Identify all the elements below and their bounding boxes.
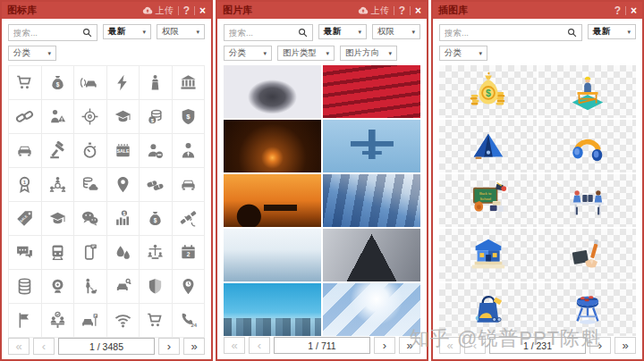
photo-husky-dog[interactable] xyxy=(224,65,321,118)
person-pet-icon[interactable] xyxy=(74,270,107,304)
close-button[interactable]: × xyxy=(631,5,637,16)
photo-skyscraper-looking-up[interactable] xyxy=(323,229,420,281)
illustration-hand-writing-pencil[interactable] xyxy=(538,229,636,281)
prev-page-button[interactable]: ‹ xyxy=(464,337,486,354)
illustration-blue-tent[interactable] xyxy=(439,120,537,172)
chain-link-icon[interactable] xyxy=(9,100,42,134)
auction-gavel-icon[interactable] xyxy=(42,134,75,168)
help-button[interactable]: ? xyxy=(399,5,405,16)
lightning-bolt-icon[interactable] xyxy=(107,66,140,100)
car-front-icon[interactable] xyxy=(9,134,42,168)
user-remove-icon[interactable] xyxy=(140,134,173,168)
filter-dropdown-sort-newest[interactable]: 最新▾ xyxy=(318,24,367,39)
location-clock-icon[interactable] xyxy=(173,270,206,304)
last-page-button[interactable]: » xyxy=(614,337,636,354)
webcam-icon[interactable] xyxy=(42,270,75,304)
wechat-chat-icon[interactable] xyxy=(74,202,107,236)
illustration-headphones[interactable] xyxy=(538,120,636,172)
coins-cloud-icon[interactable] xyxy=(74,168,107,202)
search-input[interactable] xyxy=(13,28,82,38)
filter-dropdown-permission[interactable]: 权限▾ xyxy=(157,24,205,39)
prev-page-button[interactable]: ‹ xyxy=(249,337,270,354)
wifi-icon[interactable] xyxy=(107,304,140,338)
illustration-office-workstations[interactable] xyxy=(538,174,636,227)
car-key-icon[interactable] xyxy=(107,270,140,304)
first-page-button[interactable]: « xyxy=(224,337,245,354)
shopping-cart-2-icon[interactable] xyxy=(140,304,173,338)
stopwatch-icon[interactable] xyxy=(74,134,107,168)
illustration-money-bag-gold-coins[interactable]: $ xyxy=(439,65,537,118)
chat-bubbles-icon[interactable] xyxy=(9,236,42,270)
search-box[interactable] xyxy=(439,24,582,41)
location-pin-icon[interactable] xyxy=(107,168,140,202)
illustration-school-building[interactable] xyxy=(439,229,537,281)
pills-icon[interactable] xyxy=(140,168,173,202)
money-bars-icon[interactable]: $ xyxy=(107,202,140,236)
filter-dropdown-category[interactable]: 分类▾ xyxy=(224,46,272,61)
illustration-bbq-grill[interactable] xyxy=(538,283,636,336)
filter-dropdown-sort-newest[interactable]: 最新▾ xyxy=(588,24,636,39)
org-network-icon[interactable] xyxy=(42,168,75,202)
filter-dropdown-category[interactable]: 分类▾ xyxy=(439,46,487,61)
photo-sunglasses-sunset[interactable] xyxy=(224,174,321,227)
next-page-button[interactable]: › xyxy=(589,337,611,354)
filter-dropdown-image-orientation[interactable]: 图片方向▾ xyxy=(340,46,397,61)
search-box[interactable] xyxy=(224,24,313,41)
last-page-button[interactable]: » xyxy=(399,337,420,354)
upload-button[interactable]: 上传 xyxy=(142,6,174,15)
photo-red-theater-seats[interactable] xyxy=(323,65,420,118)
search-box[interactable] xyxy=(8,24,97,41)
train-icon[interactable] xyxy=(42,236,75,270)
graduation-cap-icon[interactable] xyxy=(107,100,140,134)
first-page-button[interactable]: « xyxy=(439,337,461,354)
photo-skyscrapers-clouds[interactable] xyxy=(323,174,420,227)
next-page-button[interactable]: › xyxy=(374,337,395,354)
car-alarm-icon[interactable] xyxy=(74,66,107,100)
filter-dropdown-sort-newest[interactable]: 最新▾ xyxy=(103,24,151,39)
search-input[interactable] xyxy=(229,28,298,38)
illustration-construction-scaffold[interactable] xyxy=(538,65,636,118)
filter-dropdown-permission[interactable]: 权限▾ xyxy=(372,24,420,39)
car-parking-icon[interactable]: P xyxy=(74,304,107,338)
close-button[interactable]: × xyxy=(199,5,206,16)
photo-misty-mountains[interactable] xyxy=(224,229,321,281)
graduation-cap-2-icon[interactable] xyxy=(42,202,75,236)
price-tag-icon[interactable]: SALE xyxy=(9,202,42,236)
calendar-date-icon[interactable]: 2 xyxy=(173,236,206,270)
coins-dollar-icon[interactable]: $ xyxy=(140,100,173,134)
search-input[interactable] xyxy=(445,28,567,38)
shopping-cart-icon[interactable] xyxy=(9,66,42,100)
page-indicator[interactable]: 1 / 711 xyxy=(274,337,370,354)
page-indicator[interactable]: 1 / 3485 xyxy=(58,338,155,355)
bank-icon[interactable] xyxy=(173,66,206,100)
first-page-button[interactable]: « xyxy=(8,338,30,355)
filter-dropdown-category[interactable]: 分类▾ xyxy=(8,46,56,61)
people-balance-icon[interactable] xyxy=(140,236,173,270)
worker-warning-icon[interactable] xyxy=(42,100,75,134)
filter-dropdown-image-type[interactable]: 图片类型▾ xyxy=(277,46,335,61)
speaker-podium-icon[interactable] xyxy=(140,66,173,100)
water-drops-icon[interactable] xyxy=(107,236,140,270)
database-icon[interactable] xyxy=(9,270,42,304)
last-page-button[interactable]: » xyxy=(183,338,205,355)
prev-page-button[interactable]: ‹ xyxy=(33,338,55,355)
close-button[interactable]: × xyxy=(415,5,421,16)
sedan-car-icon[interactable] xyxy=(173,168,206,202)
mobile-payment-icon[interactable] xyxy=(74,236,107,270)
photo-airplane-sky[interactable] xyxy=(323,120,420,172)
sale-sign-icon[interactable]: SALE xyxy=(107,134,140,168)
shield-dollar-icon[interactable]: $ xyxy=(173,100,206,134)
businessman-icon[interactable] xyxy=(173,134,206,168)
flag-icon[interactable] xyxy=(9,304,42,338)
help-button[interactable]: ? xyxy=(183,5,190,16)
page-indicator[interactable]: 1 / 231 xyxy=(489,337,586,354)
medal-first-icon[interactable]: 1 xyxy=(9,168,42,202)
photo-city-skyline-day[interactable] xyxy=(224,283,321,336)
money-sack-icon[interactable]: $ xyxy=(140,202,173,236)
next-page-button[interactable]: › xyxy=(158,338,180,355)
crosshair-target-icon[interactable] xyxy=(74,100,107,134)
phone-24h-icon[interactable]: 24 xyxy=(173,304,206,338)
upload-button[interactable]: 上传 xyxy=(358,6,389,15)
illustration-back-to-school-board[interactable]: Back toSchool xyxy=(439,174,537,227)
photo-snowy-mountains-aerial[interactable] xyxy=(323,283,420,336)
